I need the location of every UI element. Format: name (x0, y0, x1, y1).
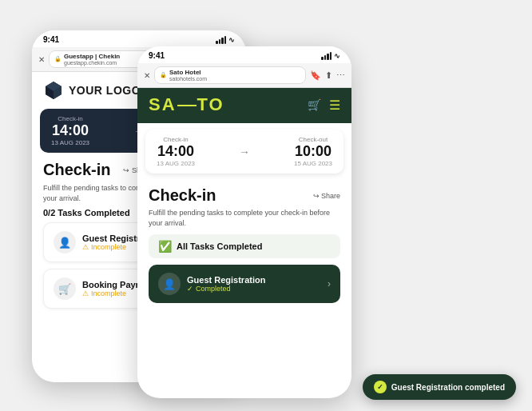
lock-icon-1: 🔒 (54, 56, 62, 62)
notification-pill: ✓ Guest Registration completed (363, 374, 516, 400)
phone-2: 9:41 ∿ ✕ 🔒 Sato Hotel satohotels.com 🔖 ⬆… (137, 46, 351, 398)
p2-section: Check-in ↪ Share Fulfill the pending tas… (137, 180, 351, 309)
status-icons-1: ∿ (216, 36, 235, 44)
url-bar-2[interactable]: 🔒 Sato Hotel satohotels.com (154, 66, 306, 84)
browser-title-1: Guestapp | Chekin (64, 53, 120, 60)
p2-arrow-icon: → (239, 146, 250, 158)
browser-domain-2: satohotels.com (169, 76, 207, 82)
p2-check-icon: ✓ (187, 285, 193, 293)
status-icons-2: ∿ (321, 52, 340, 60)
p2-logo-line (177, 105, 197, 107)
status-bar-1: 9:41 ∿ (32, 30, 246, 47)
status-bar-2: 9:41 ∿ (137, 46, 351, 63)
p2-task-guest-status: ✓ Completed (187, 285, 321, 293)
logo-cube-icon (43, 80, 64, 101)
p1-task-guest-icon: 👤 (54, 231, 76, 253)
share-icon-2[interactable]: ⬆ (325, 70, 332, 81)
p2-checkout-time: 10:00 (294, 143, 332, 160)
p1-logo-text: YOUR LOGO (69, 84, 141, 97)
signal-icon-1 (216, 36, 226, 44)
p2-checkin-label: Check-in (157, 136, 195, 143)
more-icon-2[interactable]: ⋯ (336, 70, 345, 81)
p2-all-done-text: All Tasks Completed (177, 241, 262, 251)
p2-checkin-bar: Check-in 14:00 13 AUG 2023 → Check-out 1… (145, 130, 343, 174)
p2-menu-icon[interactable]: ☰ (329, 98, 340, 113)
p1-checkin-block: Check-in 14:00 13 AUG 2023 (51, 115, 89, 146)
p1-logo: YOUR LOGO (43, 80, 141, 101)
p1-checkin-label: Check-in (51, 115, 89, 122)
p2-title-row: Check-in ↪ Share (149, 186, 340, 205)
signal-icon-2 (321, 52, 332, 60)
p2-section-title: Check-in (149, 186, 216, 205)
wifi-icon-1: ∿ (228, 36, 235, 44)
p2-description: Fulfill the pending tasks to complete yo… (149, 208, 340, 228)
browser-actions-2: 🔖 ⬆ ⋯ (310, 70, 345, 81)
status-time-2: 9:41 (149, 51, 165, 60)
p2-share-button[interactable]: ↪ Share (313, 192, 340, 200)
p2-checkout-block: Check-out 10:00 15 AUG 2023 (294, 136, 332, 167)
share-arrow-icon: ↪ (313, 192, 320, 200)
p2-logo: SATO (149, 94, 224, 115)
p2-all-tasks-done: ✅ All Tasks Completed (149, 234, 340, 258)
p2-task-guest-info: Guest Registration ✓ Completed (187, 275, 321, 293)
p2-checkin-block: Check-in 14:00 13 AUG 2023 (157, 136, 195, 167)
browser-title-2: Sato Hotel (169, 69, 207, 76)
p2-task-guest-registration[interactable]: 👤 Guest Registration ✓ Completed › (149, 265, 340, 303)
p2-task-guest-name: Guest Registration (187, 275, 321, 285)
warning-icon-1: ⚠ (82, 243, 89, 251)
p1-checkin-time: 14:00 (51, 122, 89, 139)
bookmark-icon-2[interactable]: 🔖 (310, 70, 321, 81)
p2-task-guest-icon: 👤 (158, 273, 181, 295)
p2-logo-header: SATO 🛒 ☰ (137, 88, 351, 123)
lock-icon-2: 🔒 (160, 72, 167, 78)
wifi-icon-2: ∿ (334, 52, 340, 60)
warning-icon-2: ⚠ (82, 289, 89, 297)
status-time-1: 9:41 (43, 35, 59, 44)
p2-cart-icon[interactable]: 🛒 (308, 98, 321, 111)
p2-checkout-date: 15 AUG 2023 (294, 160, 332, 167)
p1-task-booking-icon: 🛒 (54, 277, 76, 300)
notif-check-icon: ✓ (374, 381, 387, 393)
p2-checkin-time: 14:00 (157, 143, 195, 160)
p2-all-done-checkmark: ✅ (158, 240, 172, 253)
browser-domain-1: guestapp.chekin.com (64, 60, 120, 66)
p2-checkin-date: 13 AUG 2023 (157, 160, 195, 167)
p1-checkin-date: 13 AUG 2023 (51, 139, 89, 146)
p2-checkout-label: Check-out (294, 136, 332, 143)
browser-bar-2: ✕ 🔒 Sato Hotel satohotels.com 🔖 ⬆ ⋯ (137, 63, 351, 88)
notif-text: Guest Registration completed (391, 383, 505, 392)
p1-section-title: Check-in (43, 161, 110, 179)
p2-header-actions: 🛒 ☰ (308, 98, 340, 113)
close-tab-1[interactable]: ✕ (38, 55, 45, 64)
p2-task-guest-chevron: › (328, 278, 331, 289)
close-tab-2[interactable]: ✕ (144, 71, 150, 80)
